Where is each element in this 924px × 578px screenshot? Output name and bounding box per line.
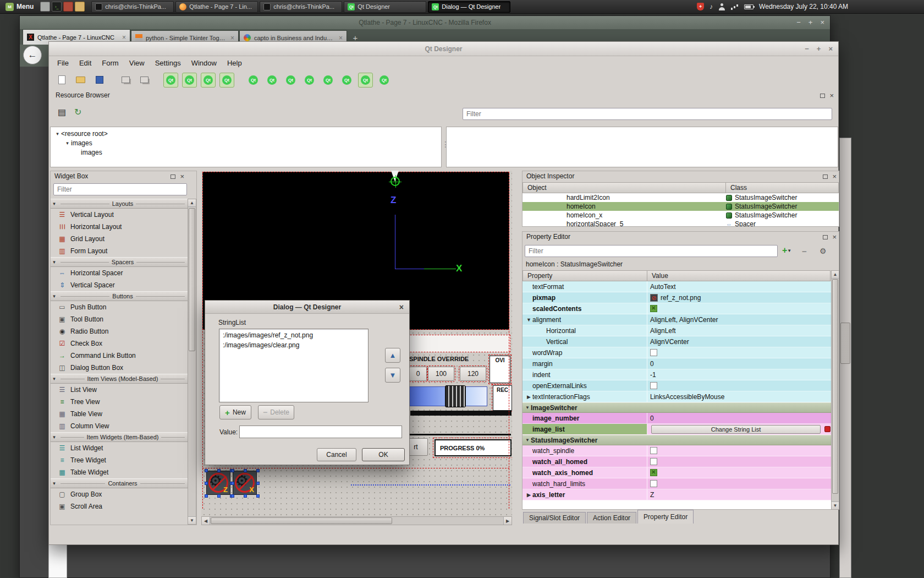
dock-close-icon[interactable]: × <box>829 92 834 99</box>
widget-item[interactable]: Check Box <box>51 337 188 350</box>
app-icon[interactable] <box>63 2 73 12</box>
stringlist-item[interactable]: :/images/images/ref_z_not.png <box>219 330 368 340</box>
checkbox[interactable] <box>650 480 657 487</box>
scrollbar-thumb[interactable] <box>840 323 850 364</box>
column-class[interactable]: Class <box>726 182 839 193</box>
form-horizontal-scrollbar[interactable]: ◀ ▶ <box>201 516 512 525</box>
property-row[interactable]: ▶textInteractionFlagsLinksAccessibleByMo… <box>522 391 832 402</box>
scroll-down-icon[interactable]: ▼ <box>832 501 839 509</box>
layout-horizontal-icon[interactable] <box>246 73 261 88</box>
selection-handle[interactable] <box>217 469 221 472</box>
menu-window[interactable]: Window <box>191 59 217 67</box>
column-property[interactable]: Property <box>522 270 647 281</box>
widget-category-header[interactable]: ▾Spacers <box>51 257 188 267</box>
ref-x-not-image[interactable]: ⚙ X <box>233 471 257 495</box>
widget-item[interactable]: Radio Button <box>51 325 188 337</box>
widget-item[interactable]: Column View <box>51 420 188 432</box>
copy-icon[interactable] <box>118 73 133 88</box>
scrollbar-thumb[interactable] <box>832 279 838 494</box>
checkbox[interactable] <box>650 469 657 476</box>
resource-tree-item[interactable]: ▾images <box>51 138 441 148</box>
ref-z-not-image[interactable]: ⚙ Z <box>206 471 230 495</box>
cancel-button[interactable]: Cancel <box>317 448 356 461</box>
minimize-button[interactable]: − <box>796 16 801 29</box>
move-down-button[interactable]: ▼ <box>385 368 400 383</box>
new-form-icon[interactable] <box>54 73 69 88</box>
widget-item[interactable]: Command Link Button <box>51 350 188 362</box>
property-filter-input[interactable] <box>525 245 778 257</box>
back-button[interactable]: ← <box>23 46 42 64</box>
move-up-button[interactable]: ▲ <box>385 348 400 363</box>
selection-handle[interactable] <box>256 469 260 472</box>
widget-category-header[interactable]: ▾Buttons <box>51 291 188 301</box>
selection-handle[interactable] <box>244 469 247 472</box>
tab-signal-slot-editor[interactable]: Signal/Slot Editor <box>523 512 586 524</box>
property-row[interactable]: image_listChange String List <box>522 424 832 435</box>
tab-close-icon[interactable]: × <box>122 34 126 41</box>
maximize-button[interactable]: + <box>809 16 813 29</box>
widget-item[interactable]: Scroll Area <box>51 500 188 512</box>
column-object[interactable]: Object <box>522 182 726 193</box>
menu-file[interactable]: File <box>57 59 69 67</box>
column-value[interactable]: Value <box>647 270 831 281</box>
widget-item[interactable]: Form Layout <box>51 245 188 257</box>
selection-handle[interactable] <box>205 482 208 485</box>
dock-close-icon[interactable]: × <box>832 173 837 180</box>
widget-item[interactable]: Dialog Button Box <box>51 362 188 374</box>
selection-handle[interactable] <box>205 494 208 498</box>
menu-help[interactable]: Help <box>227 59 242 67</box>
maximize-button[interactable]: + <box>817 42 821 56</box>
scroll-down-icon[interactable]: ▼ <box>188 516 196 524</box>
property-row[interactable]: indent-1 <box>522 369 832 380</box>
dialog-close-button[interactable]: × <box>399 301 404 314</box>
edit-widgets-icon[interactable] <box>163 73 178 88</box>
selection-handle[interactable] <box>256 494 260 498</box>
object-inspector-row[interactable]: homeIcon_xStatusImageSwitcher <box>522 211 839 220</box>
property-row[interactable]: image_number0 <box>522 413 832 424</box>
override-button[interactable]: 0 <box>409 367 427 381</box>
tab-close-icon[interactable]: × <box>230 34 234 42</box>
qt-designer-titlebar[interactable]: Qt Designer − + × <box>49 42 838 56</box>
selection-handle[interactable] <box>231 469 234 472</box>
resource-tree-item[interactable]: images <box>51 148 441 157</box>
user-icon[interactable] <box>718 3 725 10</box>
paste-icon[interactable] <box>137 73 152 88</box>
scrollbar-thumb[interactable] <box>189 208 195 351</box>
object-inspector-row[interactable]: hardLimit2IconStatusImageSwitcher <box>522 193 839 202</box>
layout-vertical-icon[interactable] <box>265 73 279 88</box>
property-row[interactable]: watch_all_homed <box>522 456 832 467</box>
widget-item[interactable]: Group Box <box>51 488 188 500</box>
taskbar-window-button[interactable]: chris@chris-ThinkPa... <box>91 1 174 13</box>
stringlist-item[interactable]: :/images/images/clear.png <box>219 340 368 350</box>
edit-signals-slots-icon[interactable] <box>182 73 197 88</box>
update-shield-icon[interactable] <box>697 3 704 10</box>
scrollbar-thumb[interactable] <box>211 517 392 524</box>
tab-property-editor[interactable]: Property Editor <box>637 510 694 524</box>
object-inspector-row[interactable]: homeIconStatusImageSwitcher <box>522 202 839 211</box>
tab-action-editor[interactable]: Action Editor <box>587 512 636 524</box>
taskbar-window-button[interactable]: Qt Designer <box>344 1 426 13</box>
checkbox[interactable] <box>650 382 657 389</box>
checkbox[interactable] <box>650 349 657 356</box>
selection-handle[interactable] <box>205 469 208 472</box>
selection-handle[interactable] <box>244 494 247 498</box>
dialog-titlebar[interactable]: Dialog — Qt Designer × <box>205 301 409 314</box>
widget-category-header[interactable]: ▾Layouts <box>51 199 188 209</box>
resource-filter-input[interactable] <box>463 108 832 120</box>
widget-item[interactable]: List View <box>51 384 188 396</box>
dock-float-icon[interactable] <box>823 235 828 239</box>
widget-category-header[interactable]: ▾Item Widgets (Item-Based) <box>51 432 188 442</box>
dock-close-icon[interactable]: × <box>180 173 184 180</box>
close-button[interactable]: × <box>820 16 824 29</box>
resource-tree-item[interactable]: ▾<resource root> <box>51 129 441 138</box>
widget-item[interactable]: Vertical Layout <box>51 209 188 221</box>
adjust-size-icon[interactable] <box>377 73 392 88</box>
menu-view[interactable]: View <box>129 59 145 67</box>
tab-close-icon[interactable]: × <box>339 34 343 42</box>
menu-form[interactable]: Form <box>102 59 118 67</box>
window-icon[interactable] <box>40 2 50 12</box>
taskbar-window-button[interactable]: Qtlathe - Page 7 - Lin... <box>175 1 258 13</box>
dock-float-icon[interactable] <box>170 175 175 179</box>
property-row[interactable]: ▶axis_letterZ <box>522 489 832 500</box>
menu-button[interactable]: Menu <box>3 1 38 13</box>
